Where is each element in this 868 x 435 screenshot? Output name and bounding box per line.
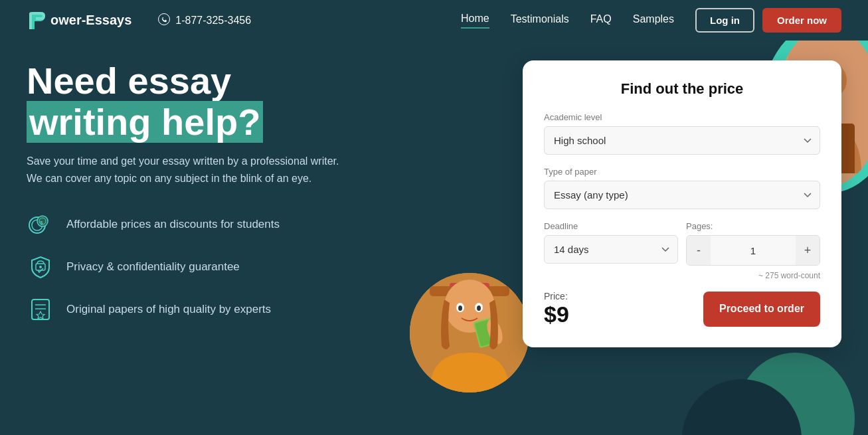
price-label: Price:	[544, 291, 569, 302]
phone-number: 1-877-325-3456	[175, 15, 251, 27]
pages-decrease-button[interactable]: -	[687, 236, 711, 265]
pages-increase-button[interactable]: +	[796, 236, 820, 265]
pages-value: 1	[711, 245, 796, 256]
login-button[interactable]: Log in	[695, 8, 754, 33]
academic-level-select[interactable]: High school Undergraduate Master's PhD	[544, 126, 820, 155]
pages-control: - 1 +	[686, 235, 820, 266]
nav-testimonials[interactable]: Testimonials	[511, 13, 569, 28]
header-buttons: Log in Order now	[695, 8, 841, 33]
deadline-select[interactable]: 14 days 10 days 7 days 5 days 3 days 2 d…	[544, 235, 678, 264]
pages-group: Pages: - 1 +	[686, 221, 820, 266]
paper-type-select[interactable]: Essay (any type) Research paper Term pap…	[544, 181, 820, 209]
academic-level-group: Academic level High school Undergraduate…	[544, 112, 820, 155]
feature-item-1: $ Affordable prices an discounts for stu…	[27, 211, 496, 238]
student-image	[410, 273, 529, 432]
paper-type-group: Type of paper Essay (any type) Research …	[544, 167, 820, 209]
feature-text-2: Privacy & confidentiality guarantee	[66, 260, 240, 274]
deadline-group: Deadline 14 days 10 days 7 days 5 days 3…	[544, 221, 678, 266]
order-now-button[interactable]: Order now	[762, 8, 841, 33]
hero-title-line2: writing help?	[27, 101, 263, 143]
feature-text-3: Original papers of high quality by exper…	[66, 303, 271, 316]
svg-point-0	[159, 13, 170, 25]
feature-text-1: Affordable prices an discounts for stude…	[66, 218, 280, 231]
academic-level-label: Academic level	[544, 112, 820, 122]
hero-subtitle: Save your time and get your essay writte…	[27, 153, 385, 187]
svg-point-23	[458, 305, 462, 311]
price-proceed-row: Price: $9 Proceed to order	[544, 291, 820, 327]
svg-point-7	[39, 266, 42, 268]
phone-icon	[158, 13, 170, 28]
svg-text:$: $	[40, 220, 43, 226]
pages-label: Pages:	[686, 221, 820, 231]
hero-title: Need essay writing help?	[27, 60, 496, 142]
coins-icon: $	[27, 211, 54, 238]
svg-rect-8	[32, 300, 49, 319]
quality-icon	[27, 296, 54, 323]
price-card-title: Find out the price	[544, 80, 820, 98]
logo-text: ower-Essays	[50, 13, 131, 28]
proceed-to-order-button[interactable]: Proceed to order	[703, 292, 820, 327]
logo-icon	[27, 11, 46, 31]
shield-icon	[27, 253, 54, 281]
navigation: Home Testimonials FAQ Samples	[461, 13, 674, 29]
deadline-pages-row: Deadline 14 days 10 days 7 days 5 days 3…	[544, 221, 820, 266]
nav-faq[interactable]: FAQ	[590, 13, 612, 28]
price-card: Find out the price Academic level High s…	[523, 60, 841, 347]
student-circle	[410, 273, 529, 392]
svg-point-24	[477, 305, 481, 311]
deadline-label: Deadline	[544, 221, 678, 231]
main-content: Need essay writing help? Save your time …	[0, 41, 868, 432]
phone-container: 1-877-325-3456	[158, 13, 251, 28]
nav-home[interactable]: Home	[461, 13, 489, 29]
hero-title-line1: Need essay	[27, 60, 231, 102]
nav-samples[interactable]: Samples	[633, 13, 674, 28]
price-value: $9	[544, 302, 569, 327]
svg-marker-11	[37, 311, 44, 319]
right-side: Find out the price Academic level High s…	[523, 60, 841, 432]
logo[interactable]: ower-Essays	[27, 11, 131, 31]
header: ower-Essays 1-877-325-3456 Home Testimon…	[0, 0, 868, 41]
paper-type-label: Type of paper	[544, 167, 820, 177]
word-count: ~ 275 word-count	[544, 271, 820, 280]
price-display: Price: $9	[544, 291, 569, 327]
